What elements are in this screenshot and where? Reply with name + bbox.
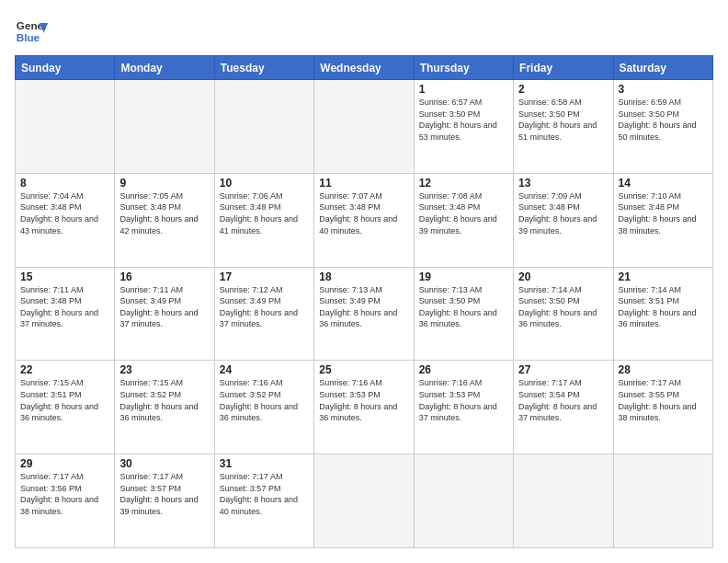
calendar-page: General Blue SundayMondayTuesdayWednesda…: [0, 0, 728, 563]
weekday-header-wednesday: Wednesday: [314, 56, 414, 80]
day-info: Sunrise: 7:04 AMSunset: 3:48 PMDaylight:…: [20, 190, 109, 236]
calendar-cell: 10Sunrise: 7:06 AMSunset: 3:48 PMDayligh…: [214, 173, 313, 267]
day-number: 29: [20, 457, 109, 470]
calendar-cell: 16Sunrise: 7:11 AMSunset: 3:49 PMDayligh…: [115, 267, 214, 361]
calendar-week-4: 22Sunrise: 7:15 AMSunset: 3:51 PMDayligh…: [16, 361, 713, 454]
calendar-cell: 20Sunrise: 7:14 AMSunset: 3:50 PMDayligh…: [514, 267, 613, 361]
calendar-cell: 23Sunrise: 7:15 AMSunset: 3:52 PMDayligh…: [115, 361, 214, 454]
day-info: Sunrise: 7:11 AMSunset: 3:48 PMDaylight:…: [20, 284, 109, 330]
day-number: 27: [518, 363, 608, 376]
day-info: Sunrise: 7:17 AMSunset: 3:55 PMDaylight:…: [619, 377, 708, 423]
day-number: 15: [20, 270, 109, 283]
calendar-cell: [314, 80, 414, 174]
day-number: 22: [20, 363, 109, 376]
calendar-cell: 11Sunrise: 7:07 AMSunset: 3:48 PMDayligh…: [314, 173, 414, 267]
day-number: 16: [119, 270, 209, 283]
calendar-cell: 3Sunrise: 6:59 AMSunset: 3:50 PMDaylight…: [613, 80, 712, 174]
day-info: Sunrise: 6:57 AMSunset: 3:50 PMDaylight:…: [419, 97, 508, 143]
calendar-cell: 9Sunrise: 7:05 AMSunset: 3:48 PMDaylight…: [115, 173, 214, 267]
day-number: 30: [119, 457, 209, 470]
day-info: Sunrise: 7:10 AMSunset: 3:48 PMDaylight:…: [619, 190, 708, 236]
calendar-cell: 24Sunrise: 7:16 AMSunset: 3:52 PMDayligh…: [214, 361, 313, 454]
weekday-header-thursday: Thursday: [414, 56, 513, 80]
day-number: 24: [220, 363, 309, 376]
day-info: Sunrise: 7:06 AMSunset: 3:48 PMDaylight:…: [220, 190, 309, 236]
day-info: Sunrise: 7:13 AMSunset: 3:49 PMDaylight:…: [319, 284, 408, 330]
svg-text:Blue: Blue: [17, 31, 40, 43]
day-info: Sunrise: 6:58 AMSunset: 3:50 PMDaylight:…: [518, 97, 608, 143]
calendar-cell: 15Sunrise: 7:11 AMSunset: 3:48 PMDayligh…: [16, 267, 115, 361]
calendar-cell: [115, 80, 214, 174]
day-number: 28: [619, 363, 708, 376]
calendar-cell: 25Sunrise: 7:16 AMSunset: 3:53 PMDayligh…: [314, 361, 414, 454]
day-info: Sunrise: 7:15 AMSunset: 3:51 PMDaylight:…: [20, 377, 109, 423]
day-number: 19: [419, 270, 508, 283]
calendar-week-2: 8Sunrise: 7:04 AMSunset: 3:48 PMDaylight…: [16, 173, 713, 267]
day-number: 20: [518, 270, 608, 283]
weekday-header-tuesday: Tuesday: [214, 56, 313, 80]
day-number: 23: [119, 363, 209, 376]
day-number: 21: [619, 270, 708, 283]
day-info: Sunrise: 7:17 AMSunset: 3:54 PMDaylight:…: [518, 377, 608, 423]
day-info: Sunrise: 7:17 AMSunset: 3:56 PMDaylight:…: [20, 471, 109, 517]
day-info: Sunrise: 7:13 AMSunset: 3:50 PMDaylight:…: [419, 284, 508, 330]
calendar-cell: 31Sunrise: 7:17 AMSunset: 3:57 PMDayligh…: [214, 454, 313, 548]
day-info: Sunrise: 7:17 AMSunset: 3:57 PMDaylight:…: [220, 471, 309, 517]
calendar-cell: 27Sunrise: 7:17 AMSunset: 3:54 PMDayligh…: [514, 361, 613, 454]
calendar-cell: [414, 454, 513, 548]
day-number: 17: [220, 270, 309, 283]
day-info: Sunrise: 7:11 AMSunset: 3:49 PMDaylight:…: [119, 284, 209, 330]
day-number: 12: [419, 177, 508, 190]
day-info: Sunrise: 7:14 AMSunset: 3:51 PMDaylight:…: [619, 284, 708, 330]
weekday-header-friday: Friday: [514, 56, 613, 80]
day-info: Sunrise: 7:07 AMSunset: 3:48 PMDaylight:…: [319, 190, 408, 236]
calendar-cell: 1Sunrise: 6:57 AMSunset: 3:50 PMDaylight…: [414, 80, 513, 174]
weekday-header-monday: Monday: [115, 56, 214, 80]
day-number: 8: [20, 177, 109, 190]
weekday-header-saturday: Saturday: [613, 56, 712, 80]
calendar-cell: [16, 80, 115, 174]
day-info: Sunrise: 7:08 AMSunset: 3:48 PMDaylight:…: [419, 190, 508, 236]
calendar-cell: [613, 454, 712, 548]
day-info: Sunrise: 7:14 AMSunset: 3:50 PMDaylight:…: [518, 284, 608, 330]
weekday-header-sunday: Sunday: [16, 56, 115, 80]
day-info: Sunrise: 7:15 AMSunset: 3:52 PMDaylight:…: [119, 377, 209, 423]
header: General Blue: [15, 15, 713, 48]
calendar-cell: 13Sunrise: 7:09 AMSunset: 3:48 PMDayligh…: [514, 173, 613, 267]
day-number: 1: [419, 83, 508, 96]
day-info: Sunrise: 7:12 AMSunset: 3:49 PMDaylight:…: [220, 284, 309, 330]
calendar-cell: 26Sunrise: 7:16 AMSunset: 3:53 PMDayligh…: [414, 361, 513, 454]
day-number: 9: [119, 177, 209, 190]
day-info: Sunrise: 7:16 AMSunset: 3:53 PMDaylight:…: [419, 377, 508, 423]
calendar-cell: [314, 454, 414, 548]
weekday-header-row: SundayMondayTuesdayWednesdayThursdayFrid…: [16, 56, 713, 80]
day-number: 2: [518, 83, 608, 96]
calendar-cell: 2Sunrise: 6:58 AMSunset: 3:50 PMDaylight…: [514, 80, 613, 174]
calendar-cell: [514, 454, 613, 548]
day-number: 25: [319, 363, 408, 376]
calendar-table: SundayMondayTuesdayWednesdayThursdayFrid…: [15, 55, 713, 548]
calendar-cell: 28Sunrise: 7:17 AMSunset: 3:55 PMDayligh…: [613, 361, 712, 454]
calendar-cell: 19Sunrise: 7:13 AMSunset: 3:50 PMDayligh…: [414, 267, 513, 361]
calendar-cell: 30Sunrise: 7:17 AMSunset: 3:57 PMDayligh…: [115, 454, 214, 548]
calendar-cell: 17Sunrise: 7:12 AMSunset: 3:49 PMDayligh…: [214, 267, 313, 361]
calendar-cell: 29Sunrise: 7:17 AMSunset: 3:56 PMDayligh…: [16, 454, 115, 548]
calendar-week-5: 29Sunrise: 7:17 AMSunset: 3:56 PMDayligh…: [16, 454, 713, 548]
calendar-cell: 12Sunrise: 7:08 AMSunset: 3:48 PMDayligh…: [414, 173, 513, 267]
calendar-cell: 8Sunrise: 7:04 AMSunset: 3:48 PMDaylight…: [16, 173, 115, 267]
calendar-week-1: 1Sunrise: 6:57 AMSunset: 3:50 PMDaylight…: [16, 80, 713, 174]
calendar-cell: 21Sunrise: 7:14 AMSunset: 3:51 PMDayligh…: [613, 267, 712, 361]
day-info: Sunrise: 7:09 AMSunset: 3:48 PMDaylight:…: [518, 190, 608, 236]
day-number: 11: [319, 177, 408, 190]
calendar-cell: 14Sunrise: 7:10 AMSunset: 3:48 PMDayligh…: [613, 173, 712, 267]
day-number: 26: [419, 363, 508, 376]
day-number: 14: [619, 177, 708, 190]
day-info: Sunrise: 7:05 AMSunset: 3:48 PMDaylight:…: [119, 190, 209, 236]
calendar-week-3: 15Sunrise: 7:11 AMSunset: 3:48 PMDayligh…: [16, 267, 713, 361]
calendar-cell: 22Sunrise: 7:15 AMSunset: 3:51 PMDayligh…: [16, 361, 115, 454]
calendar-cell: 18Sunrise: 7:13 AMSunset: 3:49 PMDayligh…: [314, 267, 414, 361]
day-info: Sunrise: 7:16 AMSunset: 3:52 PMDaylight:…: [220, 377, 309, 423]
day-info: Sunrise: 7:16 AMSunset: 3:53 PMDaylight:…: [319, 377, 408, 423]
day-number: 18: [319, 270, 408, 283]
logo: General Blue: [15, 15, 48, 48]
